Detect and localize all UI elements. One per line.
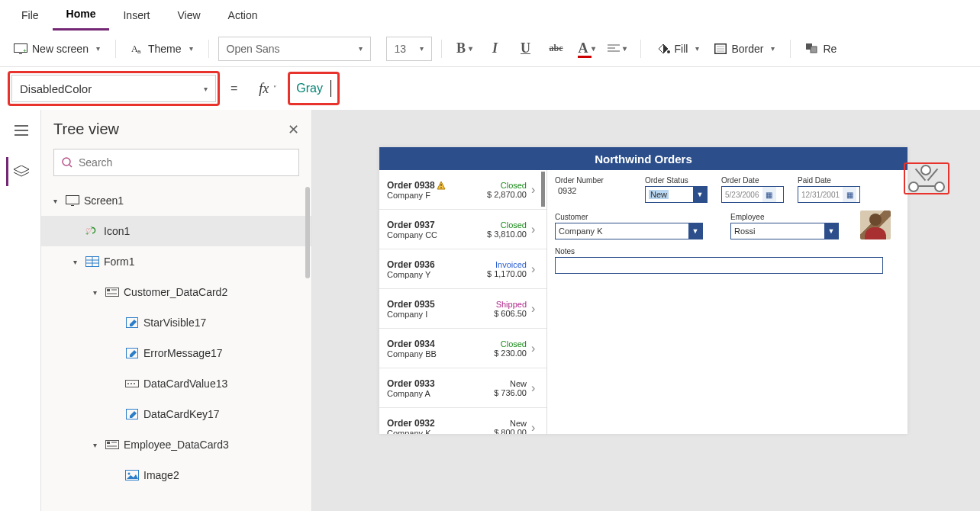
order-date-input[interactable]: 5/23/2006 ▦ <box>721 186 784 203</box>
order-status-dropdown[interactable]: New ▼ <box>645 186 708 203</box>
chevron-right-icon: › <box>531 262 543 276</box>
menu-view[interactable]: View <box>163 0 214 31</box>
tree-node[interactable]: Image2 <box>41 460 311 490</box>
order-status: New <box>494 379 527 388</box>
order-title: Order 0936 <box>387 259 487 270</box>
tree-node[interactable]: StarVisible17 <box>41 307 311 338</box>
chevron-down-icon: ▾ <box>420 44 424 53</box>
hamburger-button[interactable] <box>6 116 35 145</box>
order-amount: $ 1,170.00 <box>487 269 527 278</box>
menu-action[interactable]: Action <box>214 0 272 31</box>
scrollbar[interactable] <box>305 187 310 278</box>
fill-button[interactable]: Fill ▾ <box>650 40 706 58</box>
order-amount: $ 2,870.00 <box>487 190 527 199</box>
menu-home[interactable]: Home <box>53 0 110 31</box>
app-preview: Northwind Orders Order 0938Company FClos… <box>379 147 907 434</box>
chevron-right-icon: › <box>531 381 543 395</box>
search-box[interactable] <box>53 149 299 176</box>
tree-node[interactable]: ▾Form1 <box>41 246 311 277</box>
order-company: Company A <box>387 389 494 398</box>
align-button[interactable]: ▾ <box>604 37 631 61</box>
chevron-right-icon: › <box>531 302 543 316</box>
svg-text:+: + <box>85 230 89 236</box>
search-input[interactable] <box>79 156 291 169</box>
notes-input[interactable] <box>555 257 883 274</box>
tree-label: Form1 <box>104 256 134 268</box>
order-detail-form: Order Number 0932 Order Status New ▼ Ord… <box>547 170 907 434</box>
theme-button[interactable]: Aa Theme ▾ <box>125 40 199 58</box>
property-select[interactable]: DisabledColor ▾ <box>11 75 216 102</box>
tree-label: Image2 <box>143 469 179 481</box>
italic-button[interactable]: I <box>482 37 509 61</box>
menu-insert[interactable]: Insert <box>109 0 163 31</box>
chevron-down-icon: ▾ <box>96 44 100 53</box>
underline-button[interactable]: U <box>512 37 540 61</box>
tree-node[interactable]: ▾Employee_DataCard3 <box>41 429 311 460</box>
label-icon <box>125 407 139 421</box>
order-company: Company K <box>387 429 494 435</box>
input-icon <box>125 377 139 390</box>
order-row[interactable]: Order 0932Company KNew$ 800.00› <box>379 408 546 434</box>
selection-handles[interactable] <box>904 162 949 194</box>
tree-view-rail-button[interactable] <box>6 157 35 186</box>
order-company: Company CC <box>387 230 487 239</box>
tree-node[interactable]: ♡+Icon1 <box>41 216 311 246</box>
tree-node[interactable]: ▾Customer_DataCard2 <box>41 277 311 307</box>
border-icon <box>714 43 727 54</box>
strikethrough-button[interactable]: abc <box>543 37 570 61</box>
menubar: FileHomeInsertViewAction <box>0 0 980 31</box>
svg-rect-40 <box>107 442 110 444</box>
new-screen-button[interactable]: + New screen ▾ <box>8 40 106 58</box>
tree-node[interactable]: ErrorMessage17 <box>41 338 311 368</box>
tree-view-title: Tree view <box>53 121 119 138</box>
tree-node[interactable]: DataCardKey17 <box>41 399 311 429</box>
tree-label: Customer_DataCard2 <box>124 286 227 298</box>
order-title: Order 0932 <box>387 418 494 429</box>
order-company: Company F <box>387 191 487 200</box>
chevron-down-icon: ▾ <box>771 44 775 53</box>
tree-caret[interactable]: ▾ <box>53 197 61 205</box>
order-title: Order 0933 <box>387 378 494 389</box>
chevron-down-icon: ▼ <box>693 187 707 202</box>
order-row[interactable]: Order 0937Company CCClosed$ 3,810.00› <box>379 210 546 249</box>
tree-label: ErrorMessage17 <box>143 347 223 359</box>
order-date-label: Order Date <box>721 176 784 185</box>
menu-file[interactable]: File <box>8 0 53 31</box>
formula-input[interactable] <box>292 76 336 101</box>
fx-label[interactable]: fx ˅ <box>259 81 276 97</box>
close-icon[interactable]: ✕ <box>288 121 299 138</box>
border-button[interactable]: Border ▾ <box>708 40 781 58</box>
font-size-select[interactable]: 13 ▾ <box>386 37 432 61</box>
svg-point-36 <box>131 383 132 384</box>
tree-caret[interactable]: ▾ <box>93 441 101 449</box>
order-title: Order 0935 <box>387 299 494 310</box>
tree-node[interactable]: ▾Screen1 <box>41 185 311 216</box>
tree-caret[interactable]: ▾ <box>73 258 81 266</box>
svg-point-46 <box>440 187 442 188</box>
align-icon <box>608 44 620 53</box>
order-row[interactable]: Order 0933Company ANew$ 736.00› <box>379 368 546 408</box>
font-select[interactable]: Open Sans ▾ <box>218 37 371 61</box>
svg-rect-20 <box>66 196 79 204</box>
order-row[interactable]: Order 0936Company YInvoiced$ 1,170.00› <box>379 249 546 289</box>
scrollbar[interactable] <box>541 172 545 207</box>
svg-point-18 <box>63 158 70 166</box>
order-status: Closed <box>494 339 527 349</box>
order-row[interactable]: Order 0935Company IShipped$ 606.50› <box>379 289 546 329</box>
label-icon <box>125 346 139 360</box>
customer-dropdown[interactable]: Company K ▼ <box>555 223 703 239</box>
tree-caret[interactable]: ▾ <box>93 288 101 297</box>
canvas: Northwind Orders Order 0938Company FClos… <box>312 110 980 511</box>
reorder-button[interactable]: Re <box>800 40 843 58</box>
paid-date-input[interactable]: 12/31/2001 ▦ <box>798 186 860 203</box>
order-row[interactable]: Order 0938Company FClosed$ 2,870.00› <box>379 170 546 210</box>
bold-button[interactable]: B▾ <box>451 37 479 61</box>
order-row[interactable]: Order 0934Company BBClosed$ 230.00› <box>379 329 546 368</box>
employee-dropdown[interactable]: Rossi ▼ <box>730 223 839 239</box>
font-color-button[interactable]: A▾ <box>573 37 601 61</box>
chevron-right-icon: › <box>531 342 543 355</box>
orders-list[interactable]: Order 0938Company FClosed$ 2,870.00›Orde… <box>379 170 547 434</box>
tree-node[interactable]: DataCardValue13 <box>41 368 311 399</box>
icon-icon: ♡+ <box>85 224 99 238</box>
app-title: Northwind Orders <box>379 147 907 170</box>
